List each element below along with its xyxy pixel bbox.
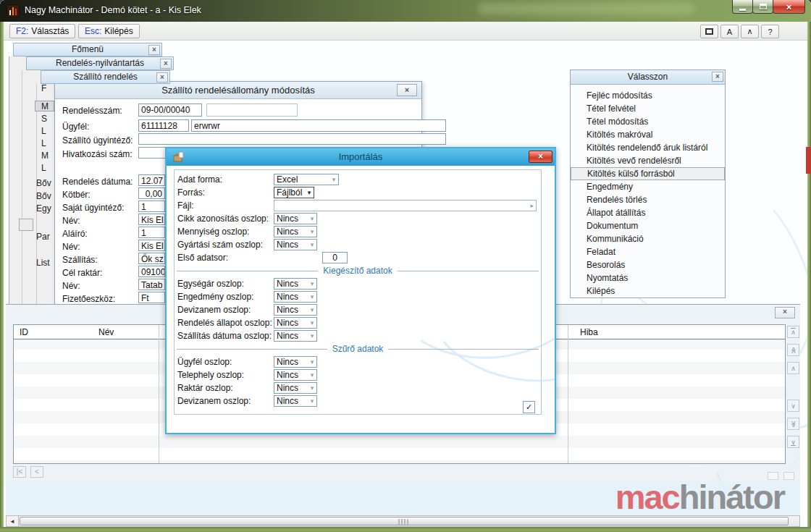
button-label: Kilépés — [104, 26, 133, 36]
file-path-field[interactable]: ▸ — [274, 200, 537, 211]
scroll-bottom-button[interactable]: ∨ — [787, 436, 799, 448]
form-row: Gyártási szám oszlop: Nincs ▾ — [167, 239, 555, 250]
scroll-up-button[interactable]: ∧ — [787, 362, 799, 374]
chevron-up-icon: ∧ — [791, 365, 796, 372]
dialog-close-button[interactable]: × — [529, 151, 552, 163]
corner-button[interactable] — [783, 472, 794, 480]
first-data-row-field[interactable]: 0 — [322, 252, 348, 263]
supplier-clerk-field[interactable] — [138, 133, 446, 145]
penalty-field[interactable]: 0,00 — [138, 187, 165, 199]
menu-item[interactable]: Nyomtatás — [571, 271, 725, 284]
page-down-button[interactable]: ≫ — [787, 418, 799, 430]
menu-item[interactable]: Engedmény — [571, 180, 725, 193]
order-status-column-dropdown[interactable]: Nincs ▾ — [274, 317, 317, 329]
scroll-down-button[interactable]: ∨ — [787, 400, 799, 412]
clerk-name-field[interactable]: Kis El — [138, 214, 165, 225]
scroll-top-button[interactable]: ∧ — [787, 326, 799, 338]
help-button[interactable]: ? — [761, 25, 779, 38]
field-label: Aláíró: — [62, 229, 88, 239]
currency-field[interactable]: Ft — [138, 292, 165, 303]
collapse-button[interactable]: ∧ — [741, 25, 759, 38]
minimize-button[interactable] — [732, 0, 753, 14]
maximize-icon — [760, 4, 767, 9]
menu-item[interactable]: Besorolás — [571, 258, 725, 271]
choose-panel: Válasszon × Fejléc módosítás Tétel felvé… — [570, 69, 726, 298]
horizontal-scrollbar[interactable]: ◄ — [6, 515, 800, 527]
window-fomenu[interactable]: Főmenü × — [13, 43, 162, 56]
scroll-left-button[interactable]: ◄ — [7, 516, 19, 526]
font-button[interactable]: A — [720, 25, 739, 38]
window-mode-button[interactable] — [700, 25, 718, 38]
prev-record-button[interactable]: < — [30, 466, 43, 478]
menu-item[interactable]: Kommunikáció — [571, 232, 725, 245]
form-row: Telephely oszlop: Nincs ▾ — [167, 369, 555, 381]
file-browse-icon[interactable]: ▸ — [530, 202, 534, 209]
unit-price-column-dropdown[interactable]: Nincs ▾ — [274, 278, 317, 290]
menu-item[interactable]: Állapot átállítás — [571, 206, 725, 219]
confirm-button[interactable]: ✓ — [523, 401, 535, 413]
exit-button[interactable]: Esc: Kilépés — [78, 24, 140, 38]
warehouse-name-field[interactable]: Tatab — [138, 279, 165, 290]
serial-column-dropdown[interactable]: Nincs ▾ — [274, 239, 317, 250]
site-column-dropdown[interactable]: Nincs ▾ — [274, 369, 317, 381]
own-clerk-field[interactable]: 1 — [138, 200, 165, 212]
close-icon[interactable]: × — [148, 45, 160, 55]
chevron-down-icon: ▾ — [308, 293, 316, 300]
form-row: Adat forma: Excel ▾ — [167, 174, 555, 185]
panel-close-button[interactable]: × — [775, 307, 795, 318]
close-icon[interactable]: × — [156, 72, 168, 83]
window-rendeles-nyilvantartas[interactable]: Rendelés-nyilvántartás × — [26, 56, 174, 70]
menu-fragment: Par — [36, 232, 54, 242]
menu-item[interactable]: Kitöltés rendelendő áruk listáról — [571, 141, 725, 154]
window-szallito-rendeles[interactable]: Szállító rendelés × — [41, 70, 170, 84]
close-icon[interactable]: × — [160, 59, 172, 69]
customer-name-field[interactable]: erwrwr — [191, 119, 446, 132]
column-header-nev[interactable]: Név — [98, 327, 114, 337]
window-title: Szállító rendelés — [73, 72, 138, 82]
menu-item[interactable]: Kitöltés vevő rendelésről — [571, 154, 725, 167]
menu-item[interactable]: Tétel módosítás — [571, 115, 725, 128]
dialog-close-button[interactable]: × — [397, 84, 417, 96]
source-dropdown[interactable]: Fájlból ▾ — [274, 187, 314, 198]
choose-button[interactable]: F2: Választás — [9, 24, 75, 38]
ship-date-column-dropdown[interactable]: Nincs ▾ — [274, 330, 317, 342]
maximize-button[interactable] — [752, 0, 773, 14]
order-number-extra-field[interactable] — [206, 104, 298, 117]
currency-column-dropdown[interactable]: Nincs ▾ — [274, 304, 317, 316]
customer-column-dropdown[interactable]: Nincs ▾ — [274, 356, 317, 368]
signer-name-field[interactable]: Kis El — [138, 240, 165, 251]
menu-item[interactable]: Kitöltés makróval — [571, 128, 725, 141]
menu-item[interactable]: Fejléc módosítás — [571, 89, 725, 102]
menu-item[interactable]: Feladat — [571, 245, 725, 258]
order-date-field[interactable]: 12.07 — [138, 174, 165, 186]
menu-item[interactable]: Dokumentum — [571, 219, 725, 232]
corner-button[interactable] — [768, 472, 778, 480]
customer-code-field[interactable]: 61111128 — [138, 119, 189, 132]
page-up-button[interactable]: ≪ — [787, 344, 799, 356]
first-record-button[interactable]: |< — [13, 466, 26, 478]
scrollbar-thumb[interactable] — [20, 517, 789, 525]
quantity-column-dropdown[interactable]: Nincs ▾ — [274, 226, 317, 237]
column-header-hiba[interactable]: Hiba — [580, 327, 598, 337]
dropdown-value: Nincs — [274, 279, 308, 289]
shipping-field[interactable]: Ők sz — [138, 253, 165, 264]
close-button[interactable]: × — [773, 0, 805, 14]
panel-close-button[interactable]: × — [712, 72, 723, 82]
warehouse-column-dropdown[interactable]: Nincs ▾ — [274, 382, 317, 394]
filter-currency-column-dropdown[interactable]: Nincs ▾ — [274, 395, 317, 407]
menu-item[interactable]: Tétel felvétel — [571, 102, 725, 115]
menu-item-selected[interactable]: Kitöltés külső forrásból — [571, 167, 725, 180]
dropdown-value: Fájlból — [274, 187, 305, 198]
discount-column-dropdown[interactable]: Nincs ▾ — [274, 291, 317, 303]
chevron-down-icon: ▾ — [308, 241, 316, 248]
signer-field[interactable]: 1 — [138, 227, 165, 238]
column-header-id[interactable]: ID — [20, 327, 28, 337]
menu-item[interactable]: Rendelés törlés — [571, 193, 725, 206]
close-icon: × — [783, 308, 787, 316]
data-format-dropdown[interactable]: Excel ▾ — [274, 174, 339, 185]
target-warehouse-field[interactable]: 09100 — [138, 266, 165, 277]
field-label: Rendelés állapot oszlop: — [177, 318, 272, 328]
order-number-field[interactable]: 09-00/00040 — [138, 104, 202, 117]
menu-item[interactable]: Kilépés — [571, 284, 725, 297]
item-id-column-dropdown[interactable]: Nincs ▾ — [274, 213, 317, 224]
